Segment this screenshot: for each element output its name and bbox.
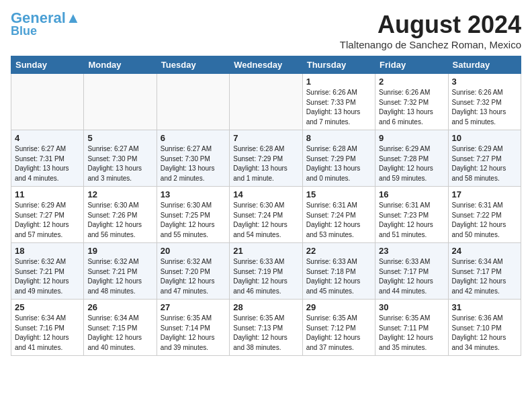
week-row-4: 18Sunrise: 6:32 AMSunset: 7:21 PMDayligh…: [11, 243, 521, 300]
week-row-2: 4Sunrise: 6:27 AMSunset: 7:31 PMDaylight…: [11, 130, 521, 187]
logo-blue-text: Blue: [11, 24, 37, 38]
calendar-cell: [157, 74, 229, 130]
header-sunday: Sunday: [11, 56, 84, 74]
calendar-cell: 3Sunrise: 6:26 AMSunset: 7:32 PMDaylight…: [448, 74, 521, 130]
day-info: Sunrise: 6:33 AMSunset: 7:18 PMDaylight:…: [306, 257, 371, 296]
day-info: Sunrise: 6:27 AMSunset: 7:30 PMDaylight:…: [161, 144, 226, 183]
day-info: Sunrise: 6:32 AMSunset: 7:20 PMDaylight:…: [161, 257, 226, 296]
day-number: 6: [161, 133, 226, 143]
calendar-cell: 16Sunrise: 6:31 AMSunset: 7:23 PMDayligh…: [375, 187, 448, 243]
day-number: 7: [233, 133, 298, 143]
day-info: Sunrise: 6:35 AMSunset: 7:13 PMDaylight:…: [233, 314, 298, 353]
calendar-cell: 27Sunrise: 6:35 AMSunset: 7:14 PMDayligh…: [157, 300, 229, 356]
day-number: 2: [379, 77, 444, 87]
calendar-cell: [230, 74, 302, 130]
day-info: Sunrise: 6:26 AMSunset: 7:33 PMDaylight:…: [306, 88, 371, 127]
day-info: Sunrise: 6:29 AMSunset: 7:27 PMDaylight:…: [15, 201, 80, 240]
header-thursday: Thursday: [302, 56, 375, 74]
header-monday: Monday: [84, 56, 157, 74]
day-info: Sunrise: 6:34 AMSunset: 7:17 PMDaylight:…: [452, 257, 517, 296]
day-info: Sunrise: 6:32 AMSunset: 7:21 PMDaylight:…: [87, 257, 152, 296]
day-number: 8: [306, 133, 371, 143]
day-number: 20: [161, 246, 226, 256]
header-friday: Friday: [375, 56, 448, 74]
header-saturday: Saturday: [448, 56, 521, 74]
day-number: 25: [15, 302, 80, 312]
day-info: Sunrise: 6:26 AMSunset: 7:32 PMDaylight:…: [452, 88, 517, 127]
day-number: 16: [379, 189, 444, 199]
day-number: 30: [379, 302, 444, 312]
week-row-3: 11Sunrise: 6:29 AMSunset: 7:27 PMDayligh…: [11, 187, 521, 243]
day-info: Sunrise: 6:35 AMSunset: 7:12 PMDaylight:…: [306, 314, 371, 353]
header-wednesday: Wednesday: [230, 56, 302, 74]
day-number: 26: [87, 302, 152, 312]
day-number: 22: [306, 246, 371, 256]
day-info: Sunrise: 6:28 AMSunset: 7:29 PMDaylight:…: [306, 144, 371, 183]
calendar-cell: 28Sunrise: 6:35 AMSunset: 7:13 PMDayligh…: [230, 300, 302, 356]
day-number: 29: [306, 302, 371, 312]
day-number: 10: [452, 133, 517, 143]
day-number: 18: [15, 246, 80, 256]
location: Tlaltenango de Sanchez Roman, Mexico: [340, 39, 521, 50]
day-info: Sunrise: 6:30 AMSunset: 7:24 PMDaylight:…: [233, 201, 298, 240]
day-info: Sunrise: 6:33 AMSunset: 7:17 PMDaylight:…: [379, 257, 444, 296]
day-number: 23: [379, 246, 444, 256]
calendar-cell: 17Sunrise: 6:31 AMSunset: 7:22 PMDayligh…: [448, 187, 521, 243]
day-info: Sunrise: 6:34 AMSunset: 7:15 PMDaylight:…: [87, 314, 152, 353]
day-info: Sunrise: 6:29 AMSunset: 7:28 PMDaylight:…: [379, 144, 444, 183]
day-info: Sunrise: 6:31 AMSunset: 7:23 PMDaylight:…: [379, 201, 444, 240]
day-number: 5: [87, 133, 152, 143]
calendar-cell: 19Sunrise: 6:32 AMSunset: 7:21 PMDayligh…: [84, 243, 157, 300]
day-info: Sunrise: 6:29 AMSunset: 7:27 PMDaylight:…: [452, 144, 517, 183]
calendar-body: 1Sunrise: 6:26 AMSunset: 7:33 PMDaylight…: [11, 74, 521, 356]
calendar-cell: 10Sunrise: 6:29 AMSunset: 7:27 PMDayligh…: [448, 130, 521, 187]
calendar-cell: 29Sunrise: 6:35 AMSunset: 7:12 PMDayligh…: [302, 300, 375, 356]
calendar-cell: 13Sunrise: 6:30 AMSunset: 7:25 PMDayligh…: [157, 187, 229, 243]
day-number: 27: [161, 302, 226, 312]
day-info: Sunrise: 6:35 AMSunset: 7:14 PMDaylight:…: [161, 314, 226, 353]
calendar-cell: 18Sunrise: 6:32 AMSunset: 7:21 PMDayligh…: [11, 243, 84, 300]
logo: General▲ Blue: [11, 11, 81, 38]
day-number: 3: [452, 77, 517, 87]
day-info: Sunrise: 6:30 AMSunset: 7:26 PMDaylight:…: [87, 201, 152, 240]
calendar-cell: 25Sunrise: 6:34 AMSunset: 7:16 PMDayligh…: [11, 300, 84, 356]
day-info: Sunrise: 6:33 AMSunset: 7:19 PMDaylight:…: [233, 257, 298, 296]
calendar-cell: 24Sunrise: 6:34 AMSunset: 7:17 PMDayligh…: [448, 243, 521, 300]
day-number: 12: [87, 189, 152, 199]
calendar-cell: 7Sunrise: 6:28 AMSunset: 7:29 PMDaylight…: [230, 130, 302, 187]
calendar-cell: [11, 74, 84, 130]
calendar-cell: 4Sunrise: 6:27 AMSunset: 7:31 PMDaylight…: [11, 130, 84, 187]
logo-blue: ▲: [66, 9, 81, 26]
day-number: 21: [233, 246, 298, 256]
calendar-header-row: SundayMondayTuesdayWednesdayThursdayFrid…: [11, 56, 521, 74]
day-info: Sunrise: 6:26 AMSunset: 7:32 PMDaylight:…: [379, 88, 444, 127]
day-number: 19: [87, 246, 152, 256]
day-number: 31: [452, 302, 517, 312]
day-number: 1: [306, 77, 371, 87]
calendar-cell: 2Sunrise: 6:26 AMSunset: 7:32 PMDaylight…: [375, 74, 448, 130]
day-number: 11: [15, 189, 80, 199]
calendar-cell: 6Sunrise: 6:27 AMSunset: 7:30 PMDaylight…: [157, 130, 229, 187]
day-number: 24: [452, 246, 517, 256]
calendar-cell: 14Sunrise: 6:30 AMSunset: 7:24 PMDayligh…: [230, 187, 302, 243]
day-info: Sunrise: 6:31 AMSunset: 7:22 PMDaylight:…: [452, 201, 517, 240]
calendar-cell: 31Sunrise: 6:36 AMSunset: 7:10 PMDayligh…: [448, 300, 521, 356]
title-area: August 2024 Tlaltenango de Sanchez Roman…: [340, 11, 521, 50]
calendar-cell: 11Sunrise: 6:29 AMSunset: 7:27 PMDayligh…: [11, 187, 84, 243]
week-row-5: 25Sunrise: 6:34 AMSunset: 7:16 PMDayligh…: [11, 300, 521, 356]
header: General▲ Blue August 2024 Tlaltenango de…: [11, 11, 521, 50]
calendar-cell: 9Sunrise: 6:29 AMSunset: 7:28 PMDaylight…: [375, 130, 448, 187]
calendar-cell: 26Sunrise: 6:34 AMSunset: 7:15 PMDayligh…: [84, 300, 157, 356]
calendar-cell: 5Sunrise: 6:27 AMSunset: 7:30 PMDaylight…: [84, 130, 157, 187]
day-info: Sunrise: 6:30 AMSunset: 7:25 PMDaylight:…: [161, 201, 226, 240]
day-info: Sunrise: 6:34 AMSunset: 7:16 PMDaylight:…: [15, 314, 80, 353]
calendar-cell: 21Sunrise: 6:33 AMSunset: 7:19 PMDayligh…: [230, 243, 302, 300]
day-info: Sunrise: 6:36 AMSunset: 7:10 PMDaylight:…: [452, 314, 517, 353]
calendar-cell: 15Sunrise: 6:31 AMSunset: 7:24 PMDayligh…: [302, 187, 375, 243]
month-year: August 2024: [340, 11, 521, 39]
day-info: Sunrise: 6:27 AMSunset: 7:31 PMDaylight:…: [15, 144, 80, 183]
day-number: 14: [233, 189, 298, 199]
week-row-1: 1Sunrise: 6:26 AMSunset: 7:33 PMDaylight…: [11, 74, 521, 130]
header-tuesday: Tuesday: [157, 56, 229, 74]
calendar-cell: [84, 74, 157, 130]
